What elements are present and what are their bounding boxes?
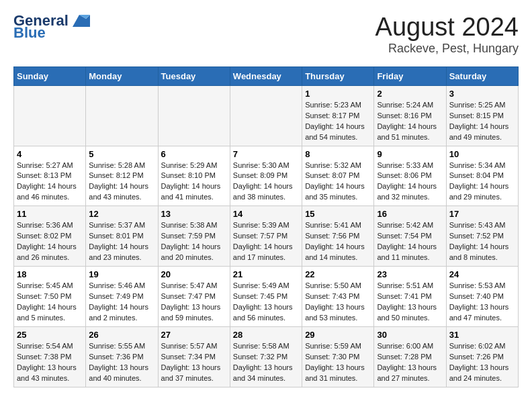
day-number: 19	[89, 269, 154, 279]
calendar-day-14: 14Sunrise: 5:39 AM Sunset: 7:57 PM Dayli…	[230, 206, 302, 267]
day-number: 21	[233, 269, 299, 279]
day-info: Sunrise: 5:27 AM Sunset: 8:13 PM Dayligh…	[17, 161, 83, 203]
calendar-day-30: 30Sunrise: 6:00 AM Sunset: 7:28 PM Dayli…	[374, 326, 446, 387]
day-info: Sunrise: 5:41 AM Sunset: 7:56 PM Dayligh…	[305, 220, 371, 263]
day-number: 12	[89, 209, 154, 219]
day-info: Sunrise: 5:34 AM Sunset: 8:04 PM Dayligh…	[449, 161, 515, 203]
day-number: 8	[305, 149, 371, 159]
day-number: 2	[377, 89, 443, 99]
day-number: 18	[17, 269, 83, 279]
calendar-day-28: 28Sunrise: 5:58 AM Sunset: 7:32 PM Dayli…	[230, 326, 302, 387]
calendar-day-7: 7Sunrise: 5:30 AM Sunset: 8:09 PM Daylig…	[230, 146, 302, 206]
day-number: 22	[305, 269, 371, 279]
calendar-day-22: 22Sunrise: 5:50 AM Sunset: 7:43 PM Dayli…	[302, 267, 374, 327]
day-number: 23	[377, 269, 443, 279]
day-number: 4	[17, 149, 83, 159]
calendar-day-24: 24Sunrise: 5:53 AM Sunset: 7:40 PM Dayli…	[446, 267, 518, 327]
calendar-empty-day	[158, 85, 230, 146]
subtitle: Rackeve, Pest, Hungary	[375, 42, 519, 56]
calendar-day-20: 20Sunrise: 5:47 AM Sunset: 7:47 PM Dayli…	[158, 267, 230, 327]
day-number: 30	[377, 330, 443, 340]
calendar-day-3: 3Sunrise: 5:25 AM Sunset: 8:15 PM Daylig…	[446, 85, 518, 146]
day-number: 28	[233, 330, 299, 340]
calendar-day-16: 16Sunrise: 5:42 AM Sunset: 7:54 PM Dayli…	[374, 206, 446, 267]
calendar-empty-day	[86, 85, 158, 146]
calendar-day-11: 11Sunrise: 5:36 AM Sunset: 8:02 PM Dayli…	[14, 206, 86, 267]
day-info: Sunrise: 5:30 AM Sunset: 8:09 PM Dayligh…	[233, 161, 299, 203]
calendar-week-row: 4Sunrise: 5:27 AM Sunset: 8:13 PM Daylig…	[14, 146, 519, 206]
day-number: 14	[233, 209, 299, 219]
calendar-day-26: 26Sunrise: 5:55 AM Sunset: 7:36 PM Dayli…	[86, 326, 158, 387]
calendar-day-27: 27Sunrise: 5:57 AM Sunset: 7:34 PM Dayli…	[158, 326, 230, 387]
day-info: Sunrise: 5:47 AM Sunset: 7:47 PM Dayligh…	[161, 281, 227, 324]
col-header-friday: Friday	[374, 66, 446, 85]
calendar-empty-day	[14, 85, 86, 146]
day-info: Sunrise: 5:45 AM Sunset: 7:50 PM Dayligh…	[17, 281, 83, 324]
day-number: 31	[449, 330, 515, 340]
col-header-sunday: Sunday	[14, 66, 86, 85]
calendar-day-1: 1Sunrise: 5:23 AM Sunset: 8:17 PM Daylig…	[302, 85, 374, 146]
day-number: 1	[305, 89, 371, 99]
col-header-saturday: Saturday	[446, 66, 518, 85]
logo-blue: Blue	[13, 26, 90, 40]
day-info: Sunrise: 5:57 AM Sunset: 7:34 PM Dayligh…	[161, 341, 227, 384]
calendar-day-9: 9Sunrise: 5:33 AM Sunset: 8:06 PM Daylig…	[374, 146, 446, 206]
calendar-day-6: 6Sunrise: 5:29 AM Sunset: 8:10 PM Daylig…	[158, 146, 230, 206]
calendar-week-row: 25Sunrise: 5:54 AM Sunset: 7:38 PM Dayli…	[14, 326, 519, 387]
day-number: 7	[233, 149, 299, 159]
calendar-week-row: 1Sunrise: 5:23 AM Sunset: 8:17 PM Daylig…	[14, 85, 519, 146]
day-number: 6	[161, 149, 227, 159]
calendar-day-21: 21Sunrise: 5:49 AM Sunset: 7:45 PM Dayli…	[230, 267, 302, 327]
day-info: Sunrise: 5:59 AM Sunset: 7:30 PM Dayligh…	[305, 341, 371, 384]
day-number: 10	[449, 149, 515, 159]
day-info: Sunrise: 5:49 AM Sunset: 7:45 PM Dayligh…	[233, 281, 299, 324]
day-info: Sunrise: 5:29 AM Sunset: 8:10 PM Dayligh…	[161, 161, 227, 203]
page-header: General Blue August 2024 Rackeve, Pest, …	[13, 13, 519, 56]
col-header-thursday: Thursday	[302, 66, 374, 85]
day-info: Sunrise: 5:25 AM Sunset: 8:15 PM Dayligh…	[449, 100, 515, 143]
day-info: Sunrise: 5:53 AM Sunset: 7:40 PM Dayligh…	[449, 281, 515, 324]
day-number: 11	[17, 209, 83, 219]
day-number: 3	[449, 89, 515, 99]
calendar-day-10: 10Sunrise: 5:34 AM Sunset: 8:04 PM Dayli…	[446, 146, 518, 206]
logo: General Blue	[13, 13, 90, 40]
day-info: Sunrise: 5:54 AM Sunset: 7:38 PM Dayligh…	[17, 341, 83, 384]
day-info: Sunrise: 6:00 AM Sunset: 7:28 PM Dayligh…	[377, 341, 443, 384]
day-number: 5	[89, 149, 154, 159]
calendar-day-29: 29Sunrise: 5:59 AM Sunset: 7:30 PM Dayli…	[302, 326, 374, 387]
day-info: Sunrise: 5:43 AM Sunset: 7:52 PM Dayligh…	[449, 220, 515, 263]
day-number: 16	[377, 209, 443, 219]
day-number: 25	[17, 330, 83, 340]
calendar-day-8: 8Sunrise: 5:32 AM Sunset: 8:07 PM Daylig…	[302, 146, 374, 206]
title-block: August 2024 Rackeve, Pest, Hungary	[375, 13, 519, 56]
calendar-day-31: 31Sunrise: 6:02 AM Sunset: 7:26 PM Dayli…	[446, 326, 518, 387]
day-number: 29	[305, 330, 371, 340]
day-info: Sunrise: 5:42 AM Sunset: 7:54 PM Dayligh…	[377, 220, 443, 263]
calendar-day-12: 12Sunrise: 5:37 AM Sunset: 8:01 PM Dayli…	[86, 206, 158, 267]
day-info: Sunrise: 5:55 AM Sunset: 7:36 PM Dayligh…	[89, 341, 154, 384]
day-number: 13	[161, 209, 227, 219]
calendar-week-row: 11Sunrise: 5:36 AM Sunset: 8:02 PM Dayli…	[14, 206, 519, 267]
calendar-week-row: 18Sunrise: 5:45 AM Sunset: 7:50 PM Dayli…	[14, 267, 519, 327]
day-info: Sunrise: 5:39 AM Sunset: 7:57 PM Dayligh…	[233, 220, 299, 263]
day-info: Sunrise: 5:51 AM Sunset: 7:41 PM Dayligh…	[377, 281, 443, 324]
day-number: 24	[449, 269, 515, 279]
calendar-day-25: 25Sunrise: 5:54 AM Sunset: 7:38 PM Dayli…	[14, 326, 86, 387]
day-info: Sunrise: 5:37 AM Sunset: 8:01 PM Dayligh…	[89, 220, 154, 263]
calendar-day-19: 19Sunrise: 5:46 AM Sunset: 7:49 PM Dayli…	[86, 267, 158, 327]
day-info: Sunrise: 5:36 AM Sunset: 8:02 PM Dayligh…	[17, 220, 83, 263]
calendar-table: SundayMondayTuesdayWednesdayThursdayFrid…	[13, 66, 519, 387]
calendar-day-17: 17Sunrise: 5:43 AM Sunset: 7:52 PM Dayli…	[446, 206, 518, 267]
day-info: Sunrise: 5:50 AM Sunset: 7:43 PM Dayligh…	[305, 281, 371, 324]
calendar-day-13: 13Sunrise: 5:38 AM Sunset: 7:59 PM Dayli…	[158, 206, 230, 267]
calendar-day-2: 2Sunrise: 5:24 AM Sunset: 8:16 PM Daylig…	[374, 85, 446, 146]
day-info: Sunrise: 5:32 AM Sunset: 8:07 PM Dayligh…	[305, 161, 371, 203]
day-info: Sunrise: 5:28 AM Sunset: 8:12 PM Dayligh…	[89, 161, 154, 203]
day-info: Sunrise: 5:23 AM Sunset: 8:17 PM Dayligh…	[305, 100, 371, 143]
calendar-day-15: 15Sunrise: 5:41 AM Sunset: 7:56 PM Dayli…	[302, 206, 374, 267]
col-header-tuesday: Tuesday	[158, 66, 230, 85]
col-header-monday: Monday	[86, 66, 158, 85]
day-info: Sunrise: 5:46 AM Sunset: 7:49 PM Dayligh…	[89, 281, 154, 324]
day-number: 27	[161, 330, 227, 340]
day-number: 15	[305, 209, 371, 219]
